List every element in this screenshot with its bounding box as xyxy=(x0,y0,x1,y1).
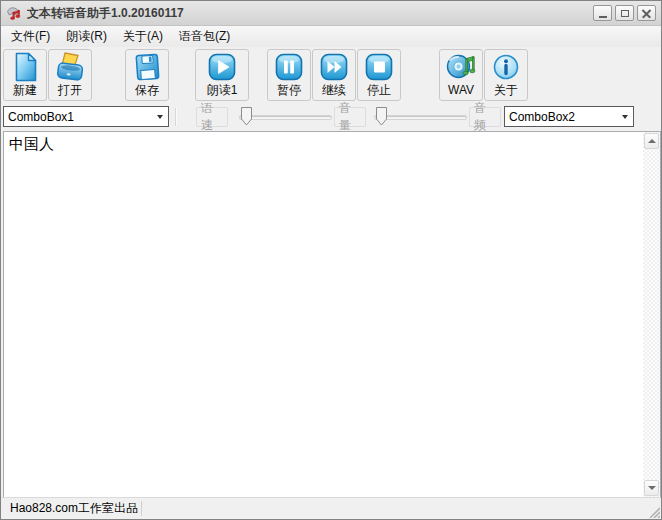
chevron-down-icon[interactable] xyxy=(617,115,633,119)
continue-button[interactable]: 继续 xyxy=(312,49,356,101)
new-document-icon xyxy=(9,51,41,83)
window-title: 文本转语音助手1.0.20160117 xyxy=(27,5,590,22)
audio-label: 音频 xyxy=(469,107,501,127)
statusbar: Hao828.com工作室出品 xyxy=(1,497,661,519)
pause-icon xyxy=(273,51,305,83)
info-icon xyxy=(490,51,522,83)
chevron-down-icon[interactable] xyxy=(152,115,168,119)
volume-slider-thumb[interactable] xyxy=(376,107,387,126)
scroll-down-button[interactable] xyxy=(644,480,659,496)
volume-label: 音量 xyxy=(334,107,366,127)
arrow-down-icon xyxy=(648,486,656,490)
rate-slider-track[interactable] xyxy=(239,115,332,120)
save-button[interactable]: 保存 xyxy=(125,49,169,101)
text-editor[interactable]: 中国人 xyxy=(9,134,638,153)
rate-slider[interactable] xyxy=(237,105,334,129)
minimize-icon xyxy=(599,16,607,18)
about-button[interactable]: 关于 xyxy=(484,49,528,101)
stop-button[interactable]: 停止 xyxy=(357,49,401,101)
menu-about[interactable]: 关于(A) xyxy=(115,25,171,48)
cd-music-note-icon xyxy=(445,51,477,83)
volume-slider[interactable] xyxy=(372,105,469,129)
controls-row: ComboBox1 语速 音量 音频 ComboBox2 xyxy=(1,105,661,131)
menubar: 文件(F) 朗读(R) 关于(A) 语音包(Z) xyxy=(1,26,661,47)
read-button[interactable]: 朗读1 xyxy=(195,49,249,101)
status-separator xyxy=(141,501,142,516)
maximize-icon xyxy=(621,10,629,17)
toolbar: 新建 打开 xyxy=(1,47,661,105)
fast-forward-icon xyxy=(318,51,350,83)
menu-read[interactable]: 朗读(R) xyxy=(58,25,115,48)
app-window: 文本转语音助手1.0.20160117 文件(F) 朗读(R) 关于(A) 语音… xyxy=(0,0,662,520)
wav-button[interactable]: WAV xyxy=(439,49,483,101)
separator xyxy=(175,108,177,126)
text-editor-panel: 中国人 xyxy=(3,131,661,498)
pause-button[interactable]: 暂停 xyxy=(267,49,311,101)
audio-combobox[interactable]: ComboBox2 xyxy=(504,106,634,127)
arrow-up-icon xyxy=(648,139,656,143)
titlebar: 文本转语音助手1.0.20160117 xyxy=(1,1,661,26)
close-icon xyxy=(642,9,651,18)
menu-voicepack[interactable]: 语音包(Z) xyxy=(171,25,238,48)
save-floppy-icon xyxy=(131,51,163,83)
new-button[interactable]: 新建 xyxy=(3,49,47,101)
scroll-up-button[interactable] xyxy=(644,133,659,149)
resize-grip-icon[interactable] xyxy=(647,505,660,518)
close-button[interactable] xyxy=(637,5,656,21)
volume-slider-track[interactable] xyxy=(374,115,467,120)
stop-icon xyxy=(363,51,395,83)
open-button[interactable]: 打开 xyxy=(48,49,92,101)
rate-label: 语速 xyxy=(196,107,228,127)
play-icon xyxy=(206,51,238,83)
status-text: Hao828.com工作室出品 xyxy=(1,500,138,517)
app-icon xyxy=(6,5,22,21)
rate-slider-thumb[interactable] xyxy=(241,107,252,126)
vertical-scrollbar[interactable] xyxy=(643,132,660,497)
voice-combobox[interactable]: ComboBox1 xyxy=(3,106,169,127)
menu-file[interactable]: 文件(F) xyxy=(3,25,58,48)
maximize-button[interactable] xyxy=(615,5,634,21)
minimize-button[interactable] xyxy=(593,5,612,21)
open-file-icon xyxy=(54,51,86,83)
